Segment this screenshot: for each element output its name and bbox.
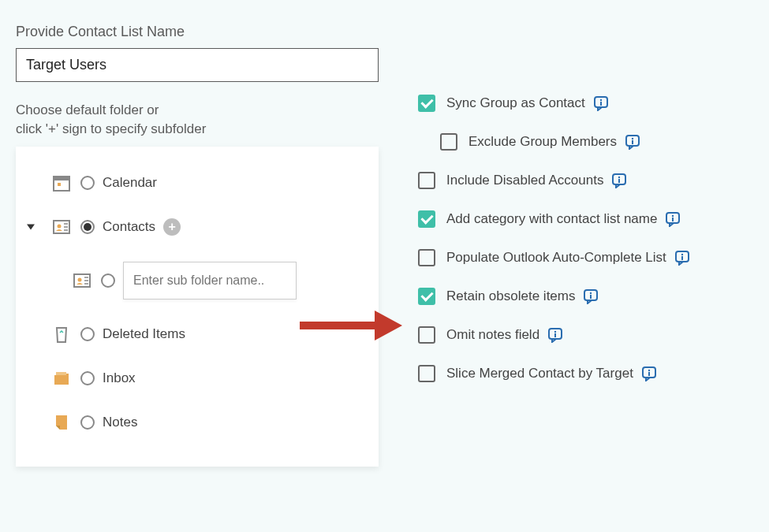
option-populate-outlook[interactable]: Populate Outlook Auto-Complete List: [418, 249, 692, 266]
include-disabled-label: Include Disabled Accounts: [446, 173, 603, 188]
contact-name-label: Provide Contact List Name: [16, 24, 753, 40]
options-panel: Sync Group as Contact Exclude Group Memb…: [418, 95, 692, 404]
info-icon[interactable]: [674, 250, 692, 266]
contacts-icon: [52, 218, 71, 236]
svg-rect-21: [618, 179, 620, 183]
svg-rect-36: [648, 372, 650, 376]
sync-group-checkbox[interactable]: [418, 95, 435, 112]
populate-outlook-label: Populate Outlook Auto-Complete List: [446, 250, 666, 266]
add-subfolder-button[interactable]: +: [163, 218, 181, 236]
omit-notes-label: Omit notes field: [446, 327, 539, 343]
subfolder-radio[interactable]: [101, 273, 115, 288]
info-icon[interactable]: [641, 366, 659, 381]
slice-merged-label: Slice Merged Contact by Target: [446, 366, 633, 381]
notes-icon: [52, 413, 71, 432]
retain-obsolete-label: Retain obsolete items: [446, 288, 575, 304]
sync-group-label: Sync Group as Contact: [446, 95, 585, 111]
calendar-icon: [52, 173, 71, 192]
subfolder-name-input[interactable]: [123, 262, 297, 299]
folder-item-calendar[interactable]: Calendar: [24, 161, 371, 205]
subfolder-item: [24, 249, 371, 312]
info-icon[interactable]: [611, 173, 629, 188]
slice-merged-checkbox[interactable]: [418, 365, 435, 382]
calendar-label: Calendar: [103, 175, 157, 191]
contacts-radio[interactable]: [80, 220, 95, 234]
info-icon[interactable]: [593, 95, 610, 111]
folder-tree: Calendar Contacts + Deleted Items Inbox: [16, 147, 379, 467]
svg-rect-27: [681, 256, 683, 260]
svg-point-20: [618, 177, 620, 178]
deleted-label: Deleted Items: [103, 326, 185, 342]
calendar-radio[interactable]: [80, 176, 95, 190]
info-icon[interactable]: [625, 134, 642, 150]
svg-rect-2: [58, 183, 61, 186]
svg-point-32: [554, 331, 556, 333]
svg-point-9: [78, 277, 82, 281]
contacts-label: Contacts: [103, 219, 155, 235]
notes-radio[interactable]: [80, 415, 95, 430]
trash-icon: [52, 325, 71, 344]
option-sync-group[interactable]: Sync Group as Contact: [418, 95, 692, 112]
contact-name-section: Provide Contact List Name: [16, 24, 753, 82]
info-icon[interactable]: [583, 288, 600, 304]
svg-point-4: [58, 224, 62, 228]
inbox-label: Inbox: [103, 370, 136, 386]
svg-point-35: [648, 370, 650, 371]
svg-point-29: [590, 292, 592, 294]
expand-caret-icon[interactable]: [27, 224, 35, 229]
svg-point-26: [681, 254, 683, 255]
add-category-checkbox[interactable]: [418, 210, 435, 228]
svg-rect-33: [554, 333, 556, 337]
folder-item-notes[interactable]: Notes: [24, 400, 371, 445]
svg-rect-30: [590, 295, 592, 299]
option-slice-merged[interactable]: Slice Merged Contact by Target: [418, 365, 692, 382]
option-exclude-group[interactable]: Exclude Group Members: [440, 133, 692, 151]
deleted-radio[interactable]: [80, 327, 95, 341]
populate-outlook-checkbox[interactable]: [418, 249, 435, 266]
svg-point-17: [632, 138, 633, 140]
svg-point-23: [672, 215, 674, 217]
info-icon[interactable]: [665, 211, 682, 227]
inbox-icon: [52, 369, 71, 388]
include-disabled-checkbox[interactable]: [418, 172, 435, 189]
option-include-disabled[interactable]: Include Disabled Accounts: [418, 172, 692, 189]
folder-item-contacts[interactable]: Contacts +: [24, 205, 371, 249]
retain-obsolete-checkbox[interactable]: [418, 288, 435, 305]
omit-notes-checkbox[interactable]: [418, 326, 435, 344]
svg-rect-24: [672, 218, 674, 221]
svg-point-14: [600, 99, 602, 101]
folder-item-deleted[interactable]: Deleted Items: [24, 312, 371, 356]
exclude-group-checkbox[interactable]: [440, 133, 457, 151]
option-add-category[interactable]: Add category with contact list name: [418, 210, 692, 228]
folder-item-inbox[interactable]: Inbox: [24, 356, 371, 400]
contacts-sub-icon: [73, 271, 91, 290]
exclude-group-label: Exclude Group Members: [468, 134, 617, 150]
notes-label: Notes: [103, 415, 137, 430]
option-retain-obsolete[interactable]: Retain obsolete items: [418, 288, 692, 305]
inbox-radio[interactable]: [80, 371, 95, 385]
svg-rect-15: [600, 102, 602, 106]
svg-rect-1: [54, 177, 69, 180]
add-category-label: Add category with contact list name: [446, 211, 657, 227]
info-icon[interactable]: [547, 327, 565, 343]
svg-rect-18: [632, 140, 633, 144]
option-omit-notes[interactable]: Omit notes field: [418, 326, 692, 344]
contact-name-input[interactable]: [16, 48, 379, 82]
